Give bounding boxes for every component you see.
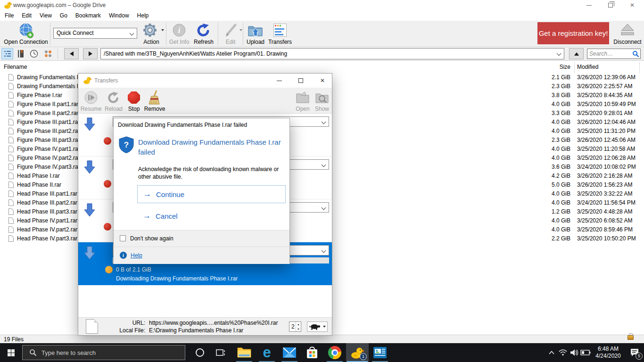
action-center-button[interactable]: 5 xyxy=(625,343,644,362)
local-file-value: E:\Drawing Fundamentals Phase I.rar xyxy=(149,327,243,334)
quick-connect-combobox[interactable]: Quick Connect xyxy=(53,28,137,39)
edit-button[interactable]: Edit xyxy=(221,22,240,46)
taskbar-search[interactable] xyxy=(22,345,185,360)
time: 6:48 AM xyxy=(593,346,623,353)
action-button[interactable]: Action xyxy=(138,22,165,46)
file-size: 4.0 GiB xyxy=(514,216,570,225)
close-button[interactable]: ✕ xyxy=(624,0,640,10)
taskbar-app[interactable] xyxy=(369,343,391,362)
file-name: Head Phase IV.part3.rar xyxy=(17,234,77,243)
file-modified: 3/25/2020 10:50:20 PM xyxy=(577,234,636,243)
battery-tray-button[interactable] xyxy=(580,343,591,362)
search-field[interactable] xyxy=(587,49,641,59)
url-value: https://www.googleapis.…entals%20Phase%2… xyxy=(149,320,278,326)
taskbar-clock[interactable]: 6:48 AM 4/24/2020 xyxy=(593,346,623,360)
column-header-filename[interactable]: Filename xyxy=(4,64,27,70)
taskbar-chrome[interactable] xyxy=(323,343,346,362)
file-name: Figure Phase II.part2.rar xyxy=(17,109,78,118)
file-modified: 3/24/2020 10:08:02 PM xyxy=(577,163,636,172)
remove-button[interactable]: Remove xyxy=(143,90,166,112)
menu-help[interactable]: Help xyxy=(135,12,154,19)
go-up-button[interactable] xyxy=(569,48,584,59)
wifi-tray-button[interactable] xyxy=(557,343,569,362)
minimize-button[interactable] xyxy=(581,0,597,10)
menu-go[interactable]: Go xyxy=(58,12,73,19)
file-modified: 3/26/2020 12:45:06 AM xyxy=(577,136,636,145)
menu-view[interactable]: View xyxy=(38,12,57,19)
microsoft-store-icon xyxy=(306,346,318,359)
stepper-up-icon[interactable] xyxy=(297,324,299,325)
disconnect-button[interactable]: Disconnect xyxy=(613,22,642,46)
taskbar-search-input[interactable] xyxy=(41,349,159,356)
stop-button[interactable]: Stop xyxy=(125,90,142,112)
search-input[interactable] xyxy=(589,49,631,58)
bonjour-view-button[interactable] xyxy=(42,48,54,59)
connections-stepper[interactable]: 2 xyxy=(289,321,301,332)
resume-button[interactable]: Resume xyxy=(80,90,102,112)
upload-button[interactable]: Upload xyxy=(245,22,266,46)
notification-count-badge: 5 xyxy=(636,353,643,360)
menu-window[interactable]: Window xyxy=(107,12,134,19)
file-name: Head Phase III.part1.rar xyxy=(17,189,77,198)
task-view-button[interactable] xyxy=(209,343,232,362)
cortana-button[interactable] xyxy=(189,343,211,362)
transfers-close-button[interactable]: ✕ xyxy=(313,74,332,88)
registration-key-button[interactable]: Get a registration key! xyxy=(537,22,609,44)
file-icon xyxy=(8,217,14,224)
transfers-maximize-button[interactable] xyxy=(291,74,310,88)
date: 4/24/2020 xyxy=(593,353,623,360)
download-arrow-icon xyxy=(84,117,95,132)
file-icon xyxy=(8,110,14,116)
column-header-size[interactable]: Size xyxy=(514,64,570,70)
transfers-minimize-button[interactable] xyxy=(270,74,289,88)
file-modified: 3/25/2020 11:20:58 AM xyxy=(577,145,635,154)
volume-tray-button[interactable] xyxy=(569,343,580,362)
dont-show-again-label: Don't show again xyxy=(130,235,173,242)
file-size: 4.0 GiB xyxy=(514,225,570,234)
bookmarks-view-button[interactable] xyxy=(15,48,26,59)
edge-icon: e xyxy=(263,346,271,360)
help-link[interactable]: Help xyxy=(131,252,142,259)
arrow-right-icon: → xyxy=(143,211,151,221)
show-button[interactable]: Show xyxy=(313,90,331,112)
cancel-command-link[interactable]: → Cancel xyxy=(137,207,286,225)
shield-question-icon: ? xyxy=(118,136,134,153)
reload-icon xyxy=(103,90,124,105)
transfers-button[interactable]: Transfers xyxy=(268,22,292,46)
column-header-modified[interactable]: Modified xyxy=(577,64,598,70)
back-button[interactable] xyxy=(64,48,79,59)
open-button[interactable]: Open xyxy=(293,90,312,112)
taskbar-mail[interactable] xyxy=(278,343,301,362)
taskbar-file-explorer[interactable] xyxy=(233,343,256,362)
taskbar-cyberduck[interactable]: 1 xyxy=(346,343,369,362)
taskbar-store[interactable] xyxy=(301,343,323,362)
menu-bookmark[interactable]: Bookmark xyxy=(74,12,106,19)
dont-show-again-checkbox[interactable] xyxy=(120,235,126,241)
start-button[interactable] xyxy=(0,343,22,362)
current-path: /Shared with me/3TB_NguyenAnhKiet/Watts … xyxy=(104,50,287,57)
get-info-button[interactable]: i Get Info xyxy=(169,22,190,46)
restore-button[interactable] xyxy=(603,0,619,10)
file-modified: 3/24/2020 11:56:54 PM xyxy=(577,198,636,207)
file-modified: 3/25/2020 11:31:20 PM xyxy=(577,127,636,136)
file-document-icon xyxy=(86,319,98,334)
menu-edit[interactable]: Edit xyxy=(20,12,37,19)
file-name: Head Phase IV.part2.rar xyxy=(17,225,77,234)
file-size: 2.1 GiB xyxy=(514,73,570,82)
file-modified: 3/25/2020 6:08:52 AM xyxy=(577,216,632,225)
menu-file[interactable]: File xyxy=(3,12,19,19)
chevron-down-icon xyxy=(322,248,326,253)
taskbar-edge[interactable]: e xyxy=(256,343,278,362)
continue-command-link[interactable]: → Continue xyxy=(137,185,286,203)
forward-button[interactable] xyxy=(83,48,98,59)
path-combobox[interactable]: /Shared with me/3TB_NguyenAnhKiet/Watts … xyxy=(100,48,564,59)
outline-view-button[interactable] xyxy=(1,48,13,59)
open-connection-button[interactable]: Open Connection xyxy=(2,22,50,46)
history-view-button[interactable] xyxy=(28,48,40,59)
file-size: 3.6 GiB xyxy=(514,163,570,172)
reload-button[interactable]: Reload xyxy=(103,90,124,112)
stepper-down-icon[interactable] xyxy=(297,329,299,330)
tray-expand-button[interactable] xyxy=(546,343,557,362)
refresh-button[interactable]: Refresh xyxy=(192,22,215,46)
bandwidth-button[interactable] xyxy=(307,321,328,332)
